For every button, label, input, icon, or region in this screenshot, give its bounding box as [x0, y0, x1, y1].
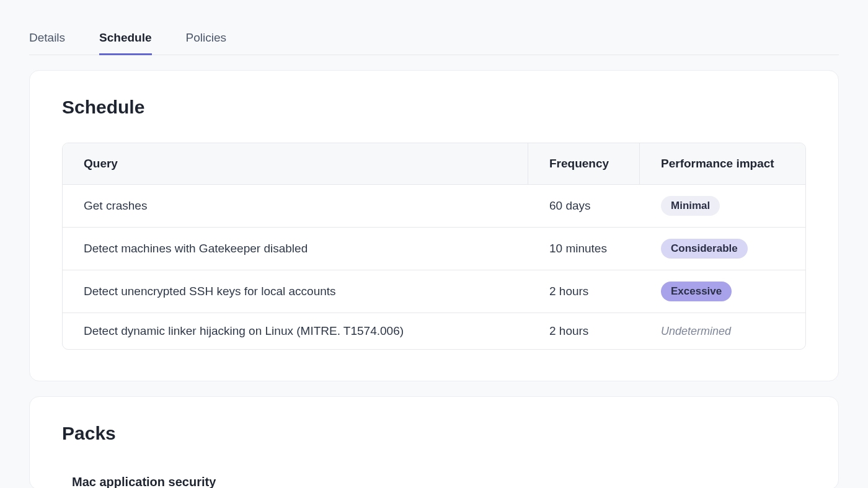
cell-query: Get crashes: [63, 185, 528, 227]
schedule-title: Schedule: [62, 97, 806, 118]
col-header-frequency: Frequency: [528, 143, 639, 184]
schedule-table: Query Frequency Performance impact Get c…: [62, 143, 806, 350]
cell-impact: Excessive: [639, 270, 805, 313]
tab-policies[interactable]: Policies: [186, 31, 226, 55]
table-row[interactable]: Detect unencrypted SSH keys for local ac…: [63, 270, 805, 313]
cell-frequency: 2 hours: [528, 270, 639, 313]
impact-badge: Excessive: [661, 282, 732, 301]
cell-query: Detect machines with Gatekeeper disabled: [63, 228, 528, 270]
col-header-query: Query: [63, 143, 528, 184]
cell-frequency: 60 days: [528, 185, 639, 227]
impact-undetermined: Undetermined: [661, 325, 731, 338]
tab-details[interactable]: Details: [29, 31, 65, 55]
table-row[interactable]: Get crashes 60 days Minimal: [63, 184, 805, 227]
cell-impact: Minimal: [639, 185, 805, 227]
col-header-impact: Performance impact: [639, 143, 805, 184]
table-row[interactable]: Detect dynamic linker hijacking on Linux…: [63, 313, 805, 349]
pack-item[interactable]: Mac application security: [62, 469, 806, 488]
tab-schedule[interactable]: Schedule: [99, 31, 151, 55]
tabs: Details Schedule Policies: [29, 31, 839, 55]
table-row[interactable]: Detect machines with Gatekeeper disabled…: [63, 227, 805, 270]
cell-query: Detect unencrypted SSH keys for local ac…: [63, 270, 528, 313]
cell-query: Detect dynamic linker hijacking on Linux…: [63, 313, 528, 349]
cell-impact: Considerable: [639, 228, 805, 270]
impact-badge: Minimal: [661, 196, 720, 216]
table-header: Query Frequency Performance impact: [63, 143, 805, 184]
packs-card: Packs Mac application security: [29, 396, 839, 488]
schedule-card: Schedule Query Frequency Performance imp…: [29, 70, 839, 381]
cell-frequency: 2 hours: [528, 313, 639, 349]
impact-badge: Considerable: [661, 239, 748, 259]
cell-frequency: 10 minutes: [528, 228, 639, 270]
packs-title: Packs: [62, 423, 806, 444]
cell-impact: Undetermined: [639, 313, 805, 349]
